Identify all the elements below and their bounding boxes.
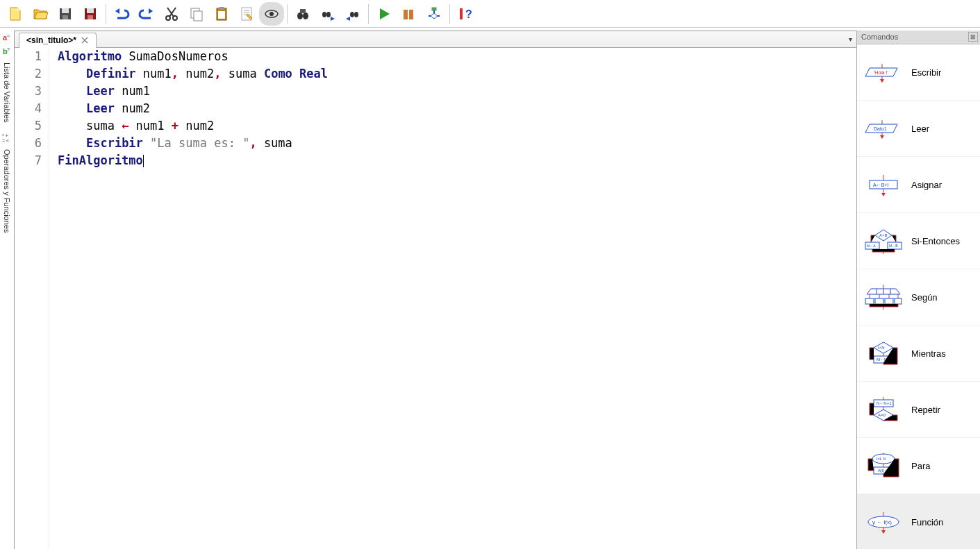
line-number: 5 bbox=[15, 117, 42, 135]
commands-panel-title: Comandos ⊠ bbox=[857, 31, 980, 44]
tab-dropdown[interactable]: ▾ bbox=[849, 35, 852, 43]
code-line[interactable]: Algoritmo SumaDosNumeros bbox=[58, 48, 328, 65]
flowchart-icon bbox=[426, 6, 442, 22]
code-line[interactable]: Leer num2 bbox=[58, 100, 328, 117]
play-icon bbox=[376, 6, 392, 22]
asignar-flowchart-icon: A←B+I bbox=[863, 171, 904, 199]
svg-text:=: = bbox=[7, 33, 10, 38]
svg-rect-12 bbox=[218, 11, 225, 19]
debug-button[interactable] bbox=[422, 2, 447, 26]
svg-rect-2 bbox=[63, 15, 68, 19]
command-segun[interactable]: Según bbox=[857, 269, 980, 326]
commands-panel: Comandos ⊠ 'Hola !'EscribirDato1LeerA←B+… bbox=[856, 31, 980, 549]
find-prev-button[interactable] bbox=[340, 2, 365, 26]
command-para[interactable]: I=1..NA[I]←0Para bbox=[857, 438, 980, 494]
svg-rect-24 bbox=[409, 10, 413, 19]
help-button[interactable]: ? bbox=[453, 2, 478, 26]
new-button[interactable] bbox=[3, 2, 28, 26]
close-icon bbox=[81, 37, 88, 44]
command-label: Asignar bbox=[911, 180, 942, 190]
open-button[interactable] bbox=[28, 2, 53, 26]
view-button[interactable] bbox=[259, 2, 284, 26]
svg-text:A>B: A>B bbox=[879, 233, 888, 237]
svg-text:M←A: M←A bbox=[867, 244, 876, 248]
paste-button[interactable] bbox=[209, 2, 234, 26]
cut-button[interactable] bbox=[159, 2, 184, 26]
svg-rect-50 bbox=[885, 298, 893, 304]
line-gutter: 1234567 bbox=[15, 48, 49, 549]
operators-functions-tab[interactable]: Operadores y Funciones bbox=[3, 146, 11, 235]
svg-rect-5 bbox=[88, 15, 93, 19]
line-number: 2 bbox=[15, 65, 42, 83]
mientras-flowchart-icon: I<NM←M*I bbox=[863, 339, 904, 367]
svg-rect-4 bbox=[87, 8, 94, 13]
save-disk-icon bbox=[57, 6, 74, 22]
find-button[interactable] bbox=[290, 2, 315, 26]
var-b-icon[interactable]: b? bbox=[1, 46, 13, 57]
svg-point-21 bbox=[350, 12, 354, 17]
code-area[interactable]: 1234567 Algoritmo SumaDosNumeros Definir… bbox=[15, 48, 856, 549]
run-button[interactable] bbox=[372, 2, 397, 26]
undo-button[interactable] bbox=[109, 2, 134, 26]
tab-title: <sin_titulo>* bbox=[26, 35, 76, 45]
line-number: 6 bbox=[15, 135, 42, 152]
svg-rect-27 bbox=[460, 8, 463, 19]
commands-panel-close[interactable]: ⊠ bbox=[968, 32, 978, 42]
step-button[interactable] bbox=[397, 2, 422, 26]
svg-text:A←B+I: A←B+I bbox=[873, 183, 888, 187]
save-as-button[interactable] bbox=[78, 2, 103, 26]
svg-text:M←B: M←B bbox=[889, 244, 898, 248]
command-si[interactable]: A>BM←AM←BSi-Entonces bbox=[857, 213, 980, 269]
line-number: 1 bbox=[15, 48, 42, 65]
svg-rect-25 bbox=[432, 8, 436, 10]
svg-point-19 bbox=[322, 12, 326, 17]
repetir-flowchart-icon: N←N+1A=0 bbox=[863, 396, 904, 423]
svg-text:I=1..N: I=1..N bbox=[877, 457, 886, 461]
code-line[interactable]: Definir num1, num2, suma Como Real bbox=[58, 65, 328, 83]
file-tab[interactable]: <sin_titulo>* bbox=[19, 33, 97, 48]
command-label: Leer bbox=[911, 124, 929, 134]
ops-icon[interactable]: * += < bbox=[1, 133, 13, 144]
command-label: Para bbox=[911, 461, 930, 471]
svg-text:'Hola !': 'Hola !' bbox=[874, 70, 888, 75]
code-line[interactable]: suma ← num1 + num2 bbox=[58, 117, 328, 135]
toolbar-separator bbox=[287, 4, 288, 24]
command-label: Si-Entonces bbox=[911, 236, 960, 246]
command-leer[interactable]: Dato1Leer bbox=[857, 101, 980, 157]
svg-text:A=0: A=0 bbox=[878, 413, 886, 417]
command-mientras[interactable]: I<NM←M*IMientras bbox=[857, 326, 980, 382]
command-label: Según bbox=[911, 292, 938, 303]
left-sidebar: a= b? Lista de Variables * += < Operador… bbox=[0, 28, 14, 549]
code-content[interactable]: Algoritmo SumaDosNumeros Definir num1, n… bbox=[49, 48, 328, 549]
svg-text:N←N+1: N←N+1 bbox=[877, 401, 892, 405]
save-as-disk-icon bbox=[82, 6, 99, 22]
command-repetir[interactable]: N←N+1A=0Repetir bbox=[857, 382, 980, 438]
find-next-button[interactable] bbox=[315, 2, 340, 26]
command-escribir[interactable]: 'Hola !'Escribir bbox=[857, 44, 980, 101]
command-funcion[interactable]: y ← f(x)Función bbox=[857, 494, 980, 549]
var-a-icon[interactable]: a= bbox=[1, 32, 13, 43]
command-asignar[interactable]: A←B+IAsignar bbox=[857, 157, 980, 213]
toolbar-separator bbox=[368, 4, 369, 24]
code-line[interactable]: Escribir "La suma es: ", suma bbox=[58, 135, 328, 152]
help-icon: ? bbox=[457, 6, 474, 22]
svg-rect-9 bbox=[194, 11, 202, 21]
save-button[interactable] bbox=[53, 2, 78, 26]
open-folder-icon bbox=[32, 6, 49, 22]
svg-rect-49 bbox=[875, 298, 883, 304]
code-line[interactable]: FinAlgoritmo bbox=[58, 152, 328, 169]
copy-icon bbox=[188, 6, 205, 22]
edit-button[interactable] bbox=[234, 2, 259, 26]
escribir-flowchart-icon: 'Hola !' bbox=[863, 58, 904, 86]
redo-button[interactable] bbox=[134, 2, 159, 26]
copy-button[interactable] bbox=[184, 2, 209, 26]
svg-rect-48 bbox=[865, 298, 874, 304]
main-area: a= b? Lista de Variables * += < Operador… bbox=[0, 28, 980, 549]
code-line[interactable]: Leer num1 bbox=[58, 83, 328, 100]
variables-list-tab[interactable]: Lista de Variables bbox=[3, 60, 11, 126]
command-label: Función bbox=[911, 517, 943, 527]
tab-close-button[interactable] bbox=[81, 36, 89, 44]
svg-rect-11 bbox=[219, 7, 224, 10]
command-label: Escribir bbox=[911, 67, 941, 78]
eye-icon bbox=[263, 6, 280, 22]
